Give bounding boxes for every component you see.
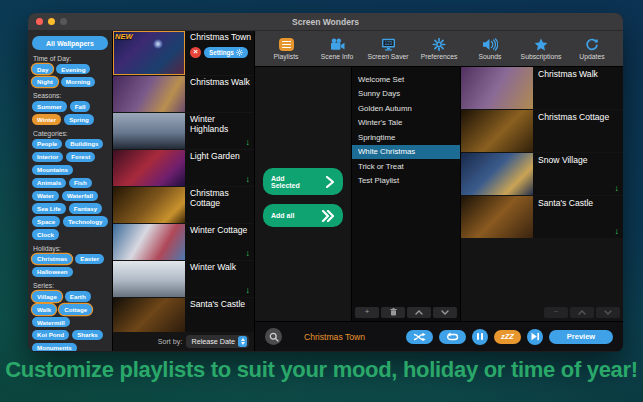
- playlist-content-thumbnail: [461, 110, 533, 152]
- search-button[interactable]: [265, 328, 282, 345]
- playlist-item-trick-or-treat[interactable]: Trick or Treat: [352, 159, 460, 174]
- filter-pill-fish[interactable]: Fish: [69, 178, 92, 188]
- filter-pill-christmas[interactable]: Christmas: [32, 254, 72, 264]
- playlist-content-thumbnail: [461, 196, 533, 238]
- filter-pill-day[interactable]: Day: [32, 64, 53, 74]
- wallpaper-list-panel: NEWChristmas Town×SettingsChristmas Walk…: [112, 31, 254, 351]
- wallpaper-settings-button[interactable]: Settings: [204, 47, 248, 58]
- filter-pill-space[interactable]: Space: [32, 216, 60, 226]
- playlist-item-springtime[interactable]: Springtime: [352, 130, 460, 145]
- filter-pill-buildings[interactable]: Buildings: [65, 139, 103, 149]
- next-button[interactable]: [527, 329, 543, 345]
- pause-button[interactable]: [472, 329, 488, 345]
- filter-pill-people[interactable]: People: [32, 139, 62, 149]
- filter-pill-morning[interactable]: Morning: [61, 77, 95, 87]
- wallpaper-row-winter-cottage[interactable]: Winter Cottage↓: [113, 224, 254, 260]
- sleep-button[interactable]: zZZ: [494, 330, 521, 344]
- tab-updates[interactable]: Updates: [571, 37, 613, 60]
- repeat-button[interactable]: [439, 330, 466, 344]
- download-icon[interactable]: ↓: [246, 174, 251, 184]
- filter-pill-fantasy[interactable]: Fantasy: [69, 203, 102, 213]
- download-icon[interactable]: ↓: [246, 248, 251, 258]
- download-icon[interactable]: ↓: [246, 137, 251, 147]
- shuffle-icon: [413, 332, 426, 342]
- remove-wallpaper-button[interactable]: ×: [190, 47, 201, 58]
- filter-pill-mountains[interactable]: Mountains: [32, 165, 73, 175]
- download-icon[interactable]: ↓: [615, 226, 620, 236]
- filter-pill-waterfall[interactable]: Waterfall: [62, 191, 98, 201]
- move-down-button[interactable]: [433, 307, 457, 318]
- filter-pill-group: PeopleBuildingsInteriorForestMountainsAn…: [32, 139, 108, 240]
- tab-preferences[interactable]: Preferences: [418, 37, 460, 60]
- filter-pill-forest[interactable]: Forest: [66, 152, 95, 162]
- wallpaper-row-christmas-town[interactable]: NEWChristmas Town×Settings: [113, 31, 254, 75]
- wallpaper-rows: NEWChristmas Town×SettingsChristmas Walk…: [113, 31, 254, 332]
- wallpaper-row-christmas-walk[interactable]: Christmas Walk: [113, 76, 254, 112]
- move-up-button[interactable]: [407, 307, 431, 318]
- wallpaper-thumbnail: [113, 187, 185, 223]
- add-playlist-button[interactable]: +: [355, 307, 379, 318]
- preview-button[interactable]: Preview: [549, 330, 613, 344]
- wallpaper-row-santa-s-castle[interactable]: Santa's Castle: [113, 298, 254, 332]
- filter-pill-fall[interactable]: Fall: [70, 101, 91, 111]
- screensaver-monitor-icon: 123: [381, 38, 396, 51]
- filter-pill-spring[interactable]: Spring: [64, 114, 94, 124]
- add-all-button[interactable]: Add all: [263, 204, 343, 227]
- remove-item-button[interactable]: −: [544, 307, 568, 318]
- tab-scene-info[interactable]: Scene Info: [316, 37, 358, 60]
- filter-pill-monuments[interactable]: Monuments: [32, 343, 77, 351]
- wallpaper-row-winter-highlands[interactable]: Winter Highlands↓: [113, 113, 254, 149]
- filter-pill-village[interactable]: Village: [32, 291, 62, 301]
- all-wallpapers-button[interactable]: All Wallpapers: [32, 36, 108, 50]
- filter-pill-easter[interactable]: Easter: [75, 254, 104, 264]
- dropdown-stepper-icon: [238, 336, 247, 347]
- filter-pill-sea-life[interactable]: Sea Life: [32, 203, 66, 213]
- sort-dropdown[interactable]: Release Date: [186, 335, 249, 348]
- tab-sounds[interactable]: Sounds: [469, 37, 511, 60]
- filter-pill-watermill[interactable]: Watermill: [32, 317, 70, 327]
- download-icon[interactable]: ↓: [246, 285, 251, 295]
- download-icon[interactable]: ↓: [615, 183, 620, 193]
- filter-pill-earth[interactable]: Earth: [65, 291, 91, 301]
- playlist-item-white-christmas[interactable]: White Christmas: [352, 145, 460, 160]
- playlist-item-sunny-days[interactable]: Sunny Days: [352, 87, 460, 102]
- filter-pill-clock[interactable]: Clock: [32, 229, 59, 239]
- playlist-content-row-santa-s-castle[interactable]: Santa's Castle↓: [461, 196, 623, 238]
- filter-pill-winter[interactable]: Winter: [32, 114, 61, 124]
- playlist-item-winter-s-tale[interactable]: Winter's Tale: [352, 116, 460, 131]
- tab-label: Preferences: [421, 53, 458, 60]
- wallpaper-row-christmas-cottage[interactable]: Christmas Cottage: [113, 187, 254, 223]
- wallpaper-row-light-garden[interactable]: Light Garden↓: [113, 150, 254, 186]
- playlist-item-test-playlist[interactable]: Test Playlist: [352, 174, 460, 189]
- filter-pill-koi-pond[interactable]: Koi Pond: [32, 330, 69, 340]
- filter-pill-walk[interactable]: Walk: [32, 304, 56, 314]
- filter-pill-night[interactable]: Night: [32, 77, 58, 87]
- add-selected-label: Add Selected: [271, 175, 315, 189]
- playlist-content-row-christmas-cottage[interactable]: Christmas Cottage: [461, 110, 623, 152]
- tab-icon-holder: [432, 37, 446, 52]
- search-icon: [269, 332, 279, 342]
- tab-playlists[interactable]: Playlists: [265, 37, 307, 60]
- tab-screen-saver[interactable]: 123Screen Saver: [367, 37, 409, 60]
- shuffle-button[interactable]: [406, 330, 433, 344]
- playlist-item-welcome-set[interactable]: Welcome Set: [352, 72, 460, 87]
- filter-pill-evening[interactable]: Evening: [56, 64, 90, 74]
- wallpaper-row-winter-walk[interactable]: Winter Walk↓: [113, 261, 254, 297]
- delete-playlist-button[interactable]: [381, 307, 405, 318]
- filter-pill-technology[interactable]: Technology: [63, 216, 107, 226]
- filter-pill-cottage[interactable]: Cottage: [59, 304, 92, 314]
- wallpaper-title: Winter Cottage: [190, 226, 251, 236]
- filter-pill-water[interactable]: Water: [32, 191, 59, 201]
- tab-subscriptions[interactable]: Subscriptions: [520, 37, 562, 60]
- filter-pill-interior[interactable]: Interior: [32, 152, 63, 162]
- playlist-content-row-christmas-walk[interactable]: Christmas Walk: [461, 67, 623, 109]
- playlist-item-golden-autumn[interactable]: Golden Autumn: [352, 101, 460, 116]
- playlist-content-row-snow-village[interactable]: Snow Village↓: [461, 153, 623, 195]
- filter-pill-summer[interactable]: Summer: [32, 101, 67, 111]
- filter-pill-animals[interactable]: Animals: [32, 178, 66, 188]
- move-item-up-button[interactable]: [570, 307, 594, 318]
- add-selected-button[interactable]: Add Selected: [263, 168, 343, 195]
- move-item-down-button[interactable]: [596, 307, 620, 318]
- filter-pill-halloween[interactable]: Halloween: [32, 267, 73, 277]
- filter-pill-sharks[interactable]: Sharks: [72, 330, 103, 340]
